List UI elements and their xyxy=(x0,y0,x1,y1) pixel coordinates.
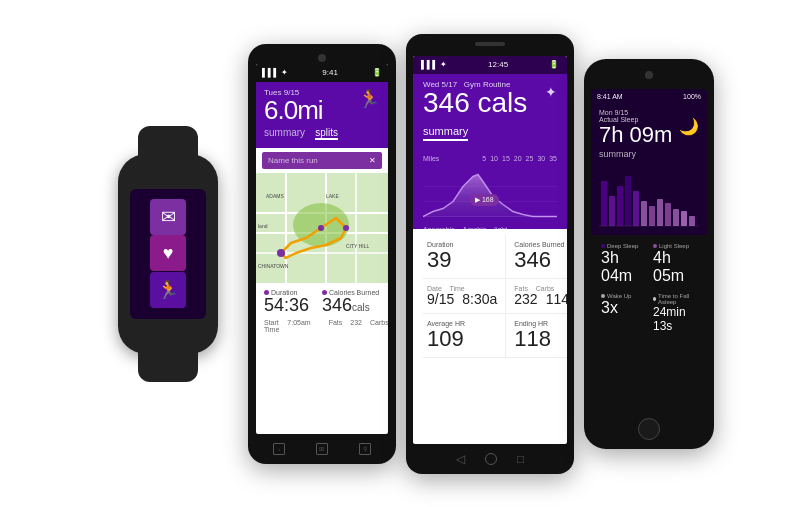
android-summary-tab[interactable]: summary xyxy=(423,125,468,141)
search-button[interactable]: ⚲ xyxy=(359,443,371,455)
sleep-chart-svg xyxy=(599,171,699,231)
android-home[interactable] xyxy=(485,453,497,465)
tab-summary[interactable]: summary xyxy=(264,127,305,140)
chart-axis-15: 15 xyxy=(502,155,510,162)
android-stat-fats-carbs: Fats Carbs 232 114 xyxy=(506,279,567,314)
android-avghr-value: 109 xyxy=(427,327,497,351)
android-screen: ▌▌▌ ✦ 12:45 🔋 Wed 5/17 Gym Routine 346 c… xyxy=(413,56,567,444)
android-time: 12:45 xyxy=(488,60,508,69)
win-duration-col: Duration 54:36 xyxy=(264,289,322,316)
ios-wakeup: Wake Up 3x xyxy=(599,291,647,335)
fall-dot xyxy=(653,297,656,301)
ios-phone: 8:41 AM 100% Mon 9/15 Actual Sleep 7h 09… xyxy=(584,59,714,449)
svg-point-9 xyxy=(318,225,324,231)
fitness-band: ✉ ♥ 🏃 xyxy=(118,154,218,354)
ios-fall-asleep: Time to Fall Asleep 24min 13s xyxy=(651,291,699,335)
android-back[interactable]: ◁ xyxy=(456,452,465,466)
chart-axis-25: 25 xyxy=(526,155,534,162)
wakeup-dot xyxy=(601,294,605,298)
android-stats-grid: Duration 39 Calories Burned 346 Date Tim… xyxy=(413,229,567,365)
win-nav-bar: ‹ ⊞ ⚲ xyxy=(248,434,396,464)
chart-axis-10: 10 xyxy=(490,155,498,162)
ios-sleep-type: Actual Sleep xyxy=(599,116,672,123)
win-signal: ▌▌▌ ✦ xyxy=(262,68,288,77)
ios-screen: 8:41 AM 100% Mon 9/15 Actual Sleep 7h 09… xyxy=(591,89,707,410)
svg-rect-24 xyxy=(641,201,647,226)
android-calories-value: 346 xyxy=(514,248,567,272)
win-time: 9:41 xyxy=(322,68,338,77)
back-button[interactable]: ‹ xyxy=(273,443,285,455)
ios-summary-tab[interactable]: summary xyxy=(599,149,699,159)
band-heart-icon: ♥ xyxy=(150,235,186,271)
android-nav-bar: ◁ □ xyxy=(456,444,524,474)
ios-status-bar: 8:41 AM 100% xyxy=(591,89,707,105)
ios-deep-sleep: Deep Sleep 3h 04m xyxy=(599,241,647,287)
windows-phone: ▌▌▌ ✦ 9:41 🔋 Tues 9/15 6.0mi 🏃 summary s… xyxy=(248,44,396,464)
svg-rect-27 xyxy=(665,203,671,226)
map-area: ADAMS LAKE land CITY HILL CHINATOWN xyxy=(256,173,388,283)
svg-point-10 xyxy=(343,225,349,231)
svg-rect-23 xyxy=(633,191,639,226)
tab-splits[interactable]: splits xyxy=(315,127,338,140)
android-stat-duration: Duration 39 xyxy=(423,235,506,279)
svg-rect-19 xyxy=(601,181,607,226)
win-fats-val: 232 xyxy=(350,319,362,333)
win-distance: 6.0mi xyxy=(264,97,323,123)
android-date: Wed 5/17 Gym Routine xyxy=(423,80,527,89)
ios-header: Mon 9/15 Actual Sleep 7h 09m 🌙 summary xyxy=(591,105,707,165)
chart-light: light xyxy=(494,226,507,229)
ios-home-button[interactable] xyxy=(638,418,660,440)
ios-fall-value: 24min 13s xyxy=(653,305,697,333)
svg-text:ADAMS: ADAMS xyxy=(266,193,284,199)
chart-badge: ▶ 168 xyxy=(470,194,499,206)
svg-text:LAKE: LAKE xyxy=(326,193,339,199)
chart-axis-35: 35 xyxy=(549,155,557,162)
sleep-chart xyxy=(591,165,707,235)
band-email-icon: ✉ xyxy=(150,199,186,235)
search-close-icon[interactable]: ✕ xyxy=(369,156,376,165)
win-phone-screen: ▌▌▌ ✦ 9:41 🔋 Tues 9/15 6.0mi 🏃 summary s… xyxy=(256,64,388,434)
scene: ✉ ♥ 🏃 ▌▌▌ ✦ 9:41 🔋 Tues 9/15 6.0mi xyxy=(0,0,812,507)
svg-rect-20 xyxy=(609,196,615,226)
android-settings-icon[interactable]: ✦ xyxy=(545,84,557,100)
svg-rect-30 xyxy=(689,216,695,226)
ios-moon-icon: 🌙 xyxy=(679,117,699,136)
ios-light-value: 4h 05m xyxy=(653,249,697,285)
android-phone: ▌▌▌ ✦ 12:45 🔋 Wed 5/17 Gym Routine 346 c… xyxy=(406,34,574,474)
band-run-icon: 🏃 xyxy=(150,272,186,308)
ios-date: Mon 9/15 xyxy=(599,109,672,116)
android-stat-date: Date Time 9/15 8:30a xyxy=(423,279,506,314)
duration-dot xyxy=(264,290,269,295)
win-search-bar[interactable]: Name this run ✕ xyxy=(262,152,382,169)
ios-wakeup-value: 3x xyxy=(601,299,645,317)
android-stat-calories: Calories Burned 346 xyxy=(506,235,567,279)
win-battery: 🔋 xyxy=(372,68,382,77)
android-fats-value: 232 xyxy=(514,292,537,307)
band-container: ✉ ♥ 🏃 xyxy=(98,154,238,354)
win-fats-label: Fats xyxy=(329,319,343,333)
svg-text:land: land xyxy=(258,223,268,229)
ios-deep-value: 3h 04m xyxy=(601,249,645,285)
chart-axis-5: 5 xyxy=(482,155,486,162)
android-recents[interactable]: □ xyxy=(517,452,524,466)
android-header: Wed 5/17 Gym Routine 346 cals ✦ summary xyxy=(413,74,567,149)
svg-text:CITY HILL: CITY HILL xyxy=(346,243,369,249)
windows-button[interactable]: ⊞ xyxy=(316,443,328,455)
win-stat-row-1: Duration 54:36 Calories Burned 346cals xyxy=(264,289,380,316)
chart-anaerobic: Anaerobic xyxy=(423,226,455,229)
android-signal: ▌▌▌ ✦ xyxy=(421,60,447,69)
win-carbs-label: Carbs xyxy=(370,319,388,333)
svg-rect-29 xyxy=(681,211,687,226)
band-screen: ✉ ♥ 🏃 xyxy=(130,189,206,319)
svg-point-8 xyxy=(277,249,285,257)
svg-rect-26 xyxy=(657,199,663,226)
android-date-value: 9/15 xyxy=(427,292,454,307)
ios-camera xyxy=(645,71,653,79)
android-endhr-value: 118 xyxy=(514,327,567,351)
win-start-time-label: Start Time xyxy=(264,319,279,333)
win-tabs: summary splits xyxy=(264,127,380,140)
android-status-bar: ▌▌▌ ✦ 12:45 🔋 xyxy=(413,56,567,74)
ios-duration: 7h 09m xyxy=(599,123,672,147)
map-svg: ADAMS LAKE land CITY HILL CHINATOWN xyxy=(256,173,388,283)
win-calories-col: Calories Burned 346cals xyxy=(322,289,380,316)
